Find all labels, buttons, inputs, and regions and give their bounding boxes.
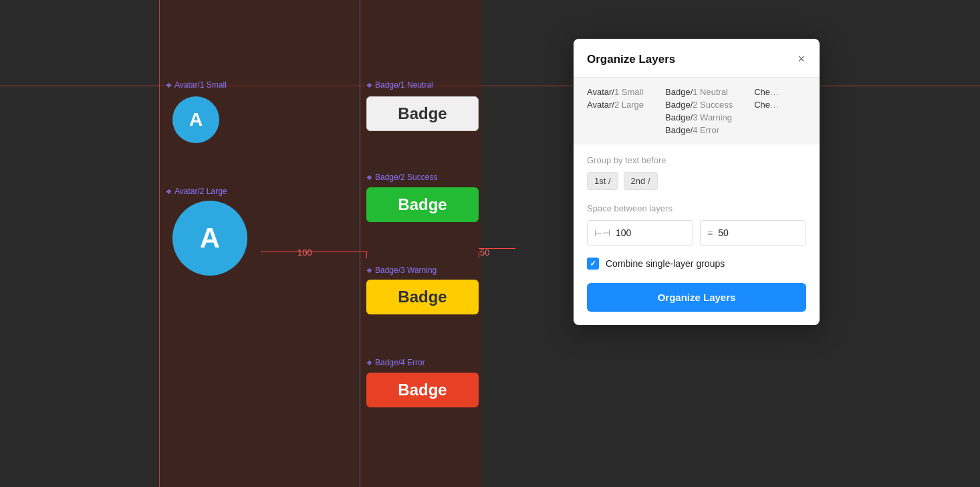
- layer-col-badges: Badge/1 Neutral Badge/2 Success Badge/3 …: [665, 87, 733, 135]
- layer-item-badge-neutral: Badge/1 Neutral: [665, 87, 733, 97]
- combine-checkbox-row: Combine single-layer groups: [587, 258, 806, 270]
- guide-horizontal: [0, 86, 980, 86]
- layer-item-che-1: Che…: [754, 87, 779, 97]
- space-section-label: Space between layers: [587, 203, 806, 213]
- organize-layers-button[interactable]: Organize Layers: [587, 283, 806, 312]
- layer-col-other: Che… Che…: [754, 87, 779, 135]
- layer-item-che-2: Che…: [754, 100, 779, 110]
- organize-layers-dialog: Organize Layers × Avatar/1 Small Avatar/…: [574, 39, 820, 325]
- space-horizontal-input[interactable]: [616, 227, 686, 238]
- space-horizontal-icon: ⊢⊣: [594, 227, 610, 238]
- layer-col-avatars: Avatar/1 Small Avatar/2 Large: [587, 87, 644, 135]
- measure-50-label: 50: [480, 248, 489, 258]
- measure-line-h-100: [261, 252, 368, 252]
- token-2nd[interactable]: 2nd /: [624, 172, 658, 190]
- space-vertical-icon: ≡: [707, 227, 713, 238]
- measure-line-v-right: [479, 252, 479, 258]
- layer-item-avatar-small: Avatar/1 Small: [587, 87, 644, 97]
- measure-100-label: 100: [297, 248, 312, 258]
- space-horizontal-wrap: ⊢⊣: [587, 220, 693, 246]
- dialog-header: Organize Layers ×: [574, 39, 820, 78]
- avatar-large: A: [172, 201, 247, 276]
- token-1st[interactable]: 1st /: [587, 172, 618, 190]
- badge-warning-label: Badge/3 Warning: [366, 266, 437, 275]
- measure-line-h-50: [479, 248, 515, 249]
- badge-warning: Badge: [366, 280, 479, 314]
- badge-neutral-label: Badge/1 Neutral: [366, 80, 433, 90]
- badge-success: Badge: [366, 187, 479, 222]
- badge-success-label: Badge/2 Success: [366, 173, 437, 182]
- space-vertical-wrap: ≡: [700, 220, 806, 246]
- layer-item-badge-success: Badge/2 Success: [665, 100, 733, 110]
- layer-item-badge-error: Badge/4 Error: [665, 125, 733, 135]
- canvas: Avatar/1 Small A Avatar/2 Large A Badge/…: [0, 0, 980, 487]
- avatar-small-label: Avatar/1 Small: [166, 80, 227, 90]
- space-vertical-input[interactable]: [718, 227, 799, 238]
- group-section-label: Group by text before: [587, 155, 806, 165]
- group-tokens: 1st / 2nd /: [587, 172, 806, 190]
- badge-error-label: Badge/4 Error: [366, 358, 425, 367]
- col-highlight-2: [360, 0, 481, 487]
- avatar-small: A: [172, 96, 219, 143]
- badge-error: Badge: [366, 373, 479, 407]
- layer-item-badge-warning: Badge/3 Warning: [665, 112, 733, 122]
- close-button[interactable]: ×: [796, 51, 806, 68]
- avatar-large-label: Avatar/2 Large: [166, 187, 227, 196]
- dialog-body: Group by text before 1st / 2nd / Space b…: [574, 144, 820, 325]
- measure-line-v-left: [366, 252, 367, 258]
- badge-neutral: Badge: [366, 96, 479, 131]
- space-inputs: ⊢⊣ ≡: [587, 220, 806, 246]
- dialog-layers-panel: Avatar/1 Small Avatar/2 Large Badge/1 Ne…: [574, 78, 820, 144]
- layer-item-avatar-large: Avatar/2 Large: [587, 100, 644, 110]
- dialog-title: Organize Layers: [587, 53, 675, 66]
- combine-checkbox[interactable]: [587, 258, 599, 270]
- combine-label: Combine single-layer groups: [606, 258, 725, 269]
